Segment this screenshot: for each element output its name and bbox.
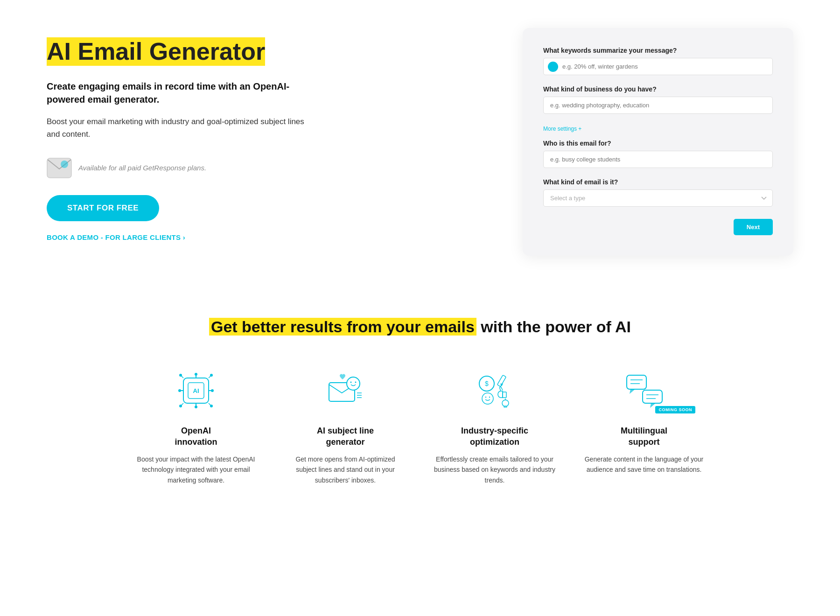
subject-line-desc: Get more opens from AI-optimized subject… <box>285 454 406 485</box>
openai-icon-area: AI <box>135 365 257 416</box>
svg-point-12 <box>211 389 214 392</box>
keywords-input-wrap <box>543 58 773 75</box>
form-card: What keywords summarize your message? Wh… <box>523 28 793 256</box>
results-section: Get better results from your emails with… <box>0 284 840 523</box>
start-for-free-button[interactable]: START FOR FREE <box>47 195 159 221</box>
business-type-label: What kind of business do you have? <box>543 85 773 93</box>
svg-point-36 <box>502 400 509 406</box>
svg-point-33 <box>482 393 493 404</box>
openai-desc: Boost your impact with the latest OpenAI… <box>135 454 257 485</box>
svg-point-17 <box>179 374 182 377</box>
business-type-group: What kind of business do you have? <box>543 85 773 114</box>
multilingual-icon <box>623 370 665 412</box>
email-icon <box>47 158 72 178</box>
book-demo-link[interactable]: BOOK A DEMO - FOR LARGE CLIENTS › <box>47 233 317 241</box>
email-type-label: What kind of email is it? <box>543 178 773 186</box>
svg-point-35 <box>489 397 490 398</box>
feature-multilingual: COMING SOON Multilingualsupport Generate… <box>579 365 709 485</box>
svg-text:AI: AI <box>193 387 199 394</box>
svg-point-1 <box>61 161 68 168</box>
svg-point-23 <box>350 382 352 383</box>
svg-text:$: $ <box>485 380 489 387</box>
section-title: Get better results from your emails with… <box>28 316 812 337</box>
hero-title: AI Email Generator <box>47 37 265 66</box>
hero-right: What keywords summarize your message? Wh… <box>523 28 793 256</box>
audience-input[interactable] <box>543 151 773 168</box>
feature-industry: $ <box>429 365 560 485</box>
svg-marker-44 <box>650 403 656 408</box>
multilingual-title: Multilingualsupport <box>583 426 705 448</box>
subject-line-title: AI subject linegenerator <box>285 426 406 448</box>
subject-line-icon-area <box>285 365 406 416</box>
openai-icon: AI <box>175 370 217 412</box>
svg-rect-32 <box>503 392 506 398</box>
feature-subject-line: AI subject linegenerator Get more opens … <box>280 365 411 485</box>
svg-point-22 <box>347 377 360 390</box>
svg-point-20 <box>210 405 213 407</box>
email-type-group: What kind of email is it? Select a type … <box>543 178 773 207</box>
multilingual-desc: Generate content in the language of your… <box>583 454 705 475</box>
svg-point-19 <box>179 405 182 407</box>
svg-rect-39 <box>627 375 646 389</box>
title-highlighted: Get better results from your emails <box>209 318 476 336</box>
blue-dot-decoration <box>548 62 558 72</box>
hero-badge: Available for all paid GetResponse plans… <box>47 158 317 178</box>
audience-group: Who is this email for? <box>543 140 773 168</box>
keywords-group: What keywords summarize your message? <box>543 47 773 75</box>
svg-point-18 <box>210 374 213 377</box>
features-grid: AI <box>93 365 747 485</box>
openai-title: OpenAIinnovation <box>135 426 257 448</box>
badge-text: Available for all paid GetResponse plans… <box>78 164 206 172</box>
more-settings-link[interactable]: More settings + <box>543 126 581 132</box>
next-button[interactable]: Next <box>734 219 773 235</box>
title-rest: with the power of AI <box>476 318 631 336</box>
business-type-input[interactable] <box>543 97 773 114</box>
svg-rect-0 <box>47 158 71 178</box>
multilingual-icon-area: COMING SOON <box>583 365 705 416</box>
svg-point-11 <box>178 389 181 392</box>
hero-left: AI Email Generator Create engaging email… <box>47 28 317 241</box>
audience-label: Who is this email for? <box>543 140 773 147</box>
keywords-input[interactable] <box>543 58 773 75</box>
feature-openai: AI <box>131 365 261 485</box>
subject-line-icon <box>324 370 366 412</box>
svg-point-34 <box>485 397 486 398</box>
svg-point-24 <box>355 382 357 383</box>
coming-soon-badge: COMING SOON <box>655 406 695 413</box>
hero-section: AI Email Generator Create engaging email… <box>0 0 840 284</box>
industry-icon: $ <box>474 370 516 412</box>
industry-icon-area: $ <box>434 365 555 416</box>
svg-marker-40 <box>630 389 635 394</box>
industry-title: Industry-specificoptimization <box>434 426 555 448</box>
hero-subtitle: Create engaging emails in record time wi… <box>47 80 317 106</box>
keywords-label: What keywords summarize your message? <box>543 47 773 54</box>
svg-point-10 <box>195 406 197 408</box>
svg-rect-43 <box>643 390 662 403</box>
hero-description: Boost your email marketing with industry… <box>47 115 317 140</box>
industry-desc: Effortlessly create emails tailored to y… <box>434 454 555 485</box>
svg-point-9 <box>195 373 197 376</box>
email-type-select[interactable]: Select a type Newsletter Promotional Wel… <box>543 189 773 207</box>
